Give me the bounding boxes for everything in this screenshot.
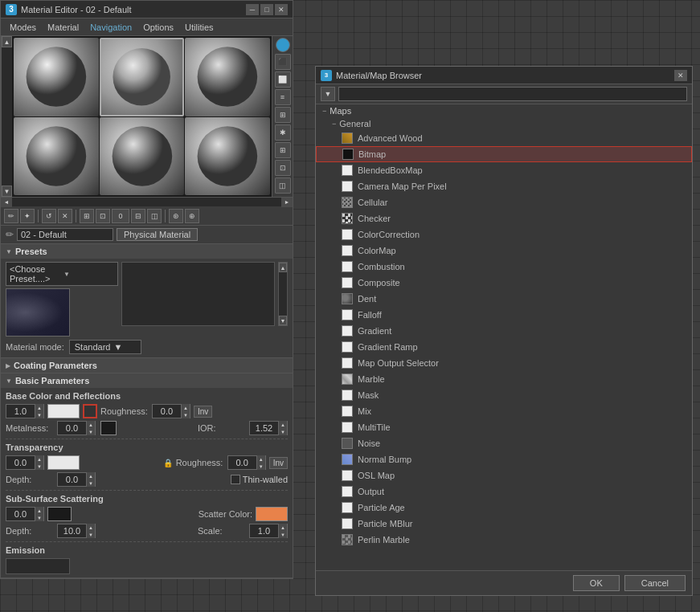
toolbar-btn-del[interactable]: ✕: [58, 209, 72, 223]
trans-roughness-spinner[interactable]: ▲ ▼: [227, 455, 266, 470]
item-falloff[interactable]: Falloff: [316, 307, 692, 323]
item-particle-mblur[interactable]: Particle MBlur: [316, 516, 692, 532]
sss-spinner[interactable]: ▲ ▼: [6, 507, 44, 521]
item-combustion[interactable]: Combustion: [316, 259, 692, 275]
sss-depth-spinner[interactable]: ▲ ▼: [57, 524, 96, 538]
material-name-input[interactable]: [17, 228, 113, 241]
preview-btn-6[interactable]: ✱: [275, 124, 291, 141]
preview-btn-7[interactable]: ⊞: [275, 142, 291, 158]
menu-utilities[interactable]: Utilities: [180, 22, 218, 33]
item-camera-map[interactable]: Camera Map Per Pixel: [316, 178, 692, 194]
thin-walled-checkbox[interactable]: [231, 475, 240, 484]
ior-input[interactable]: [250, 423, 278, 433]
ss-down[interactable]: ▼: [279, 531, 287, 538]
toolbar-btn-5[interactable]: ⊞: [80, 209, 94, 223]
sss-scale-spinner[interactable]: ▲ ▼: [249, 524, 288, 538]
preset-scroll-up[interactable]: ▲: [279, 263, 287, 272]
metalness-up[interactable]: ▲: [87, 421, 95, 428]
trans-roughness-input[interactable]: [228, 458, 256, 467]
metalness-swatch[interactable]: [100, 421, 117, 435]
material-mode-dropdown[interactable]: Standard ▼: [69, 340, 141, 354]
ior-up[interactable]: ▲: [279, 421, 287, 428]
item-checker[interactable]: Checker: [316, 210, 692, 226]
menu-options[interactable]: Options: [138, 22, 178, 33]
preview-btn-8[interactable]: ⊡: [275, 160, 291, 176]
scroll-up-btn[interactable]: ▲: [2, 36, 12, 47]
preview-btn-1[interactable]: [276, 38, 290, 52]
preview-btn-9[interactable]: ◫: [275, 177, 291, 194]
depth-down[interactable]: ▼: [87, 479, 95, 487]
trans-down[interactable]: ▼: [35, 463, 43, 470]
base-color-map-btn[interactable]: [83, 404, 97, 418]
preview-sphere-3[interactable]: [185, 38, 270, 116]
preview-sphere-5[interactable]: [100, 117, 185, 196]
scatter-color-swatch[interactable]: [256, 507, 288, 521]
sss-depth-input[interactable]: [58, 526, 86, 536]
base-color-input[interactable]: [6, 406, 35, 416]
item-gradient[interactable]: Gradient: [316, 323, 692, 339]
preset-scroll-down[interactable]: ▼: [279, 316, 287, 325]
item-dent[interactable]: Dent: [316, 291, 692, 307]
depth-input[interactable]: [58, 475, 86, 484]
close-button[interactable]: ✕: [275, 4, 288, 15]
preview-btn-2[interactable]: ⬛: [275, 54, 291, 70]
browser-search-input[interactable]: [338, 87, 687, 101]
menu-modes[interactable]: Modes: [5, 22, 41, 33]
menu-material[interactable]: Material: [43, 22, 84, 33]
roughness-down[interactable]: ▼: [182, 411, 190, 418]
minimize-button[interactable]: ─: [246, 4, 259, 15]
item-perlin-marble[interactable]: Perlin Marble: [316, 532, 692, 548]
item-color-correction[interactable]: ColorCorrection: [316, 226, 692, 243]
sss-swatch[interactable]: [47, 507, 72, 521]
roughness-inv-btn[interactable]: Inv: [194, 406, 212, 418]
preview-sphere-1[interactable]: [14, 38, 99, 116]
browser-content[interactable]: − Maps − General Advanced Wood Bitmap Bl…: [316, 104, 692, 570]
item-gradient-ramp[interactable]: Gradient Ramp: [316, 339, 692, 355]
preset-dropdown[interactable]: <Choose Preset....> ▼: [6, 262, 118, 286]
transparency-swatch[interactable]: [47, 455, 80, 470]
sss-input[interactable]: [6, 509, 35, 519]
item-mix[interactable]: Mix: [316, 403, 692, 419]
item-mask[interactable]: Mask: [316, 387, 692, 403]
trans-inv-btn[interactable]: Inv: [269, 457, 288, 469]
sd-down[interactable]: ▼: [87, 531, 95, 538]
presets-header[interactable]: ▼ Presets: [1, 244, 293, 259]
toolbar-btn-3[interactable]: ↺: [42, 209, 56, 223]
maps-root[interactable]: − Maps: [316, 104, 692, 117]
item-marble[interactable]: Marble: [316, 371, 692, 387]
toolbar-btn-10[interactable]: ⊛: [169, 209, 183, 223]
item-colormap[interactable]: ColorMap: [316, 243, 692, 259]
transparency-input[interactable]: [6, 458, 35, 467]
depth-up[interactable]: ▲: [87, 472, 95, 479]
item-map-output[interactable]: Map Output Selector: [316, 355, 692, 371]
material-type-button[interactable]: Physical Material: [117, 228, 198, 241]
scroll-h-right[interactable]: ►: [281, 198, 293, 207]
item-bitmap[interactable]: Bitmap: [316, 146, 692, 162]
roughness-spinner[interactable]: ▲ ▼: [152, 404, 190, 418]
tr-down[interactable]: ▼: [257, 463, 265, 470]
ok-button[interactable]: OK: [573, 575, 620, 591]
sd-up[interactable]: ▲: [87, 524, 95, 531]
depth-spinner[interactable]: ▲ ▼: [57, 472, 96, 487]
toolbar-btn-num[interactable]: 0: [112, 209, 129, 223]
transparency-spinner[interactable]: ▲ ▼: [6, 455, 44, 470]
item-noise[interactable]: Noise: [316, 435, 692, 451]
preview-btn-5[interactable]: ⊞: [275, 107, 291, 123]
item-blendedboxmap[interactable]: BlendedBoxMap: [316, 162, 692, 178]
browser-filter-btn[interactable]: ▼: [321, 87, 335, 101]
sss-down[interactable]: ▼: [35, 514, 43, 521]
item-cellular[interactable]: Cellular: [316, 194, 692, 210]
cancel-button[interactable]: Cancel: [624, 575, 686, 591]
general-group[interactable]: − General: [316, 117, 692, 130]
toolbar-btn-9[interactable]: ◫: [147, 209, 162, 223]
base-color-up[interactable]: ▲: [35, 404, 43, 411]
maximize-button[interactable]: □: [260, 4, 273, 15]
scroll-h-left[interactable]: ◄: [1, 198, 12, 207]
trans-up[interactable]: ▲: [35, 455, 43, 463]
ior-down[interactable]: ▼: [279, 428, 287, 435]
sss-up[interactable]: ▲: [35, 507, 43, 514]
toolbar-btn-pick[interactable]: ✦: [20, 209, 35, 223]
toolbar-btn-11[interactable]: ⊕: [185, 209, 199, 223]
item-osl-map[interactable]: OSL Map: [316, 467, 692, 483]
menu-navigation[interactable]: Navigation: [85, 22, 137, 33]
